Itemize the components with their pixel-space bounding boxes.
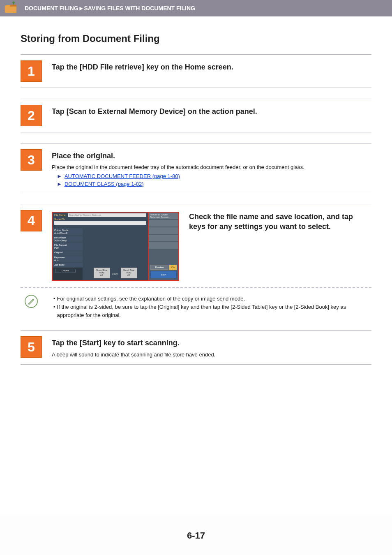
- note-text-1: For original scan settings, see the expl…: [57, 295, 245, 303]
- ss-job-build: Job Build: [53, 263, 83, 268]
- note-block: •For original scan settings, see the exp…: [21, 295, 371, 319]
- ss-stored-to-value: [54, 221, 146, 225]
- ss-send-size: Send Size Auto A4: [121, 268, 137, 278]
- note-icon: [25, 295, 38, 308]
- link-auto-document-feeder[interactable]: AUTOMATIC DOCUMENT FEEDER (page 1-80): [65, 173, 180, 179]
- ss-action-item: [149, 235, 178, 241]
- step-description: Place the original in the document feede…: [52, 163, 371, 171]
- step-4: 4 File Name: Specified by System Setting…: [21, 204, 371, 319]
- link-row: ► DOCUMENT GLASS (page 1-82): [57, 181, 371, 187]
- step-number: 3: [21, 149, 42, 171]
- step-title: Tap the [HDD File retrieve] key on the H…: [52, 62, 371, 72]
- folder-upload-icon: [2, 0, 19, 16]
- ss-center-area: Scan Size Auto A4 100% Send Size Auto A4: [83, 262, 148, 278]
- ss-others: Others: [55, 269, 76, 273]
- ss-file-name-value: Specified by System Settings: [68, 213, 146, 217]
- dashed-separator: [21, 287, 371, 288]
- page-number: 6-17: [0, 530, 392, 541]
- ss-return-folder: Return to Folder Selection Screen: [149, 213, 178, 219]
- chevron-right-icon: ►: [57, 181, 62, 187]
- ss-file-name-label: File Name:: [54, 214, 66, 216]
- ui-screenshot: File Name: Specified by System Settings …: [52, 212, 179, 281]
- page-title: Storing from Document Filing: [21, 33, 371, 44]
- step-number: 5: [21, 336, 42, 358]
- ss-stored-to-label: Stored To:: [54, 218, 146, 220]
- step-number: 2: [21, 105, 42, 126]
- link-document-glass[interactable]: DOCUMENT GLASS (page 1-82): [65, 181, 144, 187]
- page-footer: 6-17: [0, 514, 392, 555]
- step-description: A beep will sound to indicate that scann…: [52, 351, 371, 359]
- ss-original: Original: [53, 250, 83, 255]
- ss-ca-button: CA: [169, 265, 177, 270]
- ss-start-button: Start: [150, 271, 177, 278]
- ss-preview-button: Preview: [150, 265, 168, 270]
- ss-resolution: Resolution 200x200dpi: [53, 236, 83, 243]
- step-1: 1 Tap the [HDD File retrieve] key on the…: [21, 54, 371, 88]
- ss-zoom: 100%: [112, 273, 118, 275]
- ss-file-format: File Format PDF: [53, 243, 83, 250]
- ss-action-item: [149, 227, 178, 234]
- ss-action-item: [149, 242, 178, 249]
- breadcrumb: DOCUMENT FILING►SAVING FILES WITH DOCUME…: [25, 5, 195, 12]
- step-title: Tap [Scan to External Memory Device] on …: [52, 106, 371, 116]
- step-title: Tap the [Start] key to start scanning.: [52, 338, 371, 348]
- ss-colour-mode: Colour Mode Auto/Mono2: [53, 228, 83, 236]
- step-2: 2 Tap [Scan to External Memory Device] o…: [21, 99, 371, 132]
- step-5: 5 Tap the [Start] key to start scanning.…: [21, 330, 371, 365]
- header-bar: DOCUMENT FILING►SAVING FILES WITH DOCUME…: [0, 0, 392, 16]
- chevron-right-icon: ►: [57, 173, 62, 179]
- ss-scan-size: Scan Size Auto A4: [94, 268, 110, 278]
- step-3: 3 Place the original. Place the original…: [21, 143, 371, 193]
- step-number: 1: [21, 60, 42, 82]
- step-title: Place the original.: [52, 151, 371, 161]
- step-title: Check the file name and save location, a…: [189, 212, 371, 232]
- ss-exposure: Exposure Auto: [53, 255, 83, 263]
- link-row: ► AUTOMATIC DOCUMENT FEEDER (page 1-80): [57, 173, 371, 179]
- step-number: 4: [21, 210, 42, 231]
- ss-action-item: [149, 220, 178, 227]
- note-text-2: If the original is 2-sided, be sure to t…: [57, 303, 371, 319]
